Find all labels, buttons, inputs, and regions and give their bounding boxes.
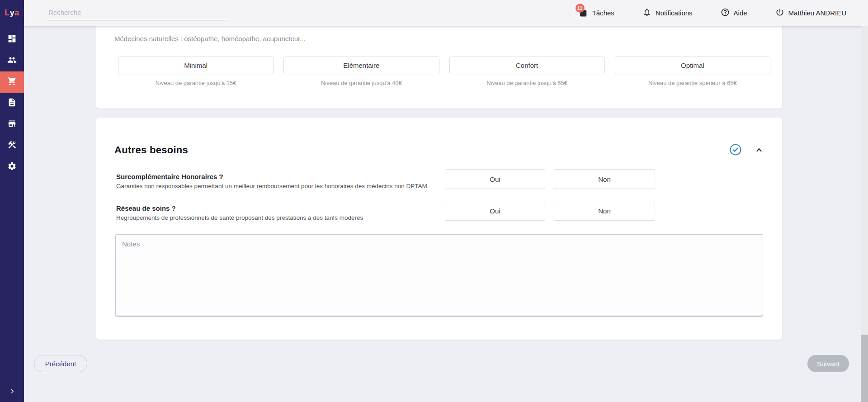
chevron-right-icon [9, 388, 15, 396]
sidebar-expand-button[interactable] [0, 385, 24, 399]
option-optimal-button[interactable]: Optimal [615, 57, 770, 74]
question-row-surcomplementaire: Surcomplémentaire Honoraires ? Garanties… [96, 166, 782, 196]
gear-icon [7, 161, 17, 173]
help-icon [721, 8, 730, 18]
guarantee-card: Médecines naturelles : ostéopathe, homéo… [96, 26, 782, 109]
user-label: Matthieu ANDRIEU [788, 9, 846, 17]
guarantee-options-row: Minimal Niveau de garantie jusqu'à 15€ E… [118, 57, 770, 86]
logo-letter-l: L [5, 8, 10, 18]
other-needs-header-icons [730, 144, 764, 157]
previous-button[interactable]: Précédent [34, 355, 87, 372]
power-icon [775, 8, 784, 18]
notifications-label: Notifications [656, 9, 693, 17]
notifications-button[interactable]: Notifications [642, 8, 693, 18]
dashboard-icon [7, 34, 17, 45]
guarantee-option: Optimal Niveau de garantie spérieur à 65… [615, 57, 770, 86]
topbar-right: 11 Tâches Notifications Aide Matthieu AN… [579, 8, 868, 18]
logo-letter-a: a [14, 8, 19, 18]
sidebar-item-cart-active[interactable] [0, 71, 24, 93]
sidebar-item-tools[interactable] [0, 135, 24, 156]
option-minimal-button[interactable]: Minimal [118, 57, 274, 74]
lya-logo[interactable]: Lya [0, 0, 24, 26]
cart-icon [7, 76, 17, 88]
option-elementaire-caption: Niveau de garantie jusqu'à 40€ [321, 80, 402, 86]
sidebar-item-marketplace[interactable] [0, 114, 24, 135]
tasks-badge: 11 [576, 4, 585, 13]
surcomplementaire-non-button[interactable]: Non [554, 169, 655, 189]
sidebar-item-settings[interactable] [0, 156, 24, 178]
user-menu-button[interactable]: Matthieu ANDRIEU [775, 8, 846, 18]
surcomplementaire-oui-button[interactable]: Oui [445, 169, 545, 189]
question-label: Surcomplémentaire Honoraires ? [116, 173, 223, 180]
guarantee-intro-text: Médecines naturelles : ostéopathe, homéo… [114, 35, 306, 43]
help-label: Aide [734, 9, 747, 17]
option-elementaire-button[interactable]: Elémentaire [283, 57, 439, 74]
tools-icon [7, 140, 17, 151]
sidebar-item-contacts[interactable] [0, 50, 24, 71]
tasks-label: Tâches [592, 9, 614, 17]
reseau-de-soins-non-button[interactable]: Non [554, 201, 655, 221]
question-row-reseau-de-soins: Réseau de soins ? Regroupements de profe… [96, 197, 782, 228]
guarantee-option: Elémentaire Niveau de garantie jusqu'à 4… [283, 57, 439, 86]
option-confort-caption: Niveau de garantie jusqu'à 65€ [486, 80, 567, 86]
guarantee-option: Minimal Niveau de garantie jusqu'à 15€ [118, 57, 274, 86]
document-icon [7, 98, 17, 109]
sidebar-item-dashboard[interactable] [0, 29, 24, 50]
guarantee-option: Confort Niveau de garantie jusqu'à 65€ [449, 57, 605, 86]
question-label: Réseau de soins ? [116, 204, 176, 212]
chevron-up-icon [755, 146, 763, 156]
topbar: 11 Tâches Notifications Aide Matthieu AN… [24, 0, 868, 26]
collapse-section-button[interactable] [754, 145, 764, 156]
vertical-scrollbar-track[interactable] [861, 26, 868, 402]
tasks-checkbox-icon: 11 [579, 9, 588, 18]
contacts-icon [7, 55, 17, 66]
logo-letter-y: y [10, 8, 15, 18]
sidebar: Lya [0, 0, 24, 402]
sidebar-item-documents[interactable] [0, 93, 24, 114]
option-optimal-caption: Niveau de garantie spérieur à 65€ [648, 80, 737, 86]
other-needs-title: Autres besoins [114, 144, 188, 156]
search-wrap [47, 6, 228, 20]
help-button[interactable]: Aide [721, 8, 747, 18]
question-description: Garanties non responsables permettant un… [116, 183, 427, 189]
store-icon [7, 119, 17, 130]
reseau-de-soins-oui-button[interactable]: Oui [445, 201, 545, 221]
tasks-button[interactable]: 11 Tâches [579, 9, 614, 18]
section-valid-check-icon [730, 144, 741, 157]
option-minimal-caption: Niveau de garantie jusqu'à 15€ [156, 80, 236, 86]
next-button-disabled[interactable]: Suivant [807, 355, 849, 372]
bell-icon [642, 8, 651, 18]
search-input[interactable] [47, 6, 228, 20]
question-description: Regroupements de professionnels de santé… [116, 214, 363, 221]
vertical-scrollbar-thumb[interactable] [861, 335, 868, 402]
option-confort-button[interactable]: Confort [449, 57, 605, 74]
other-needs-card: Autres besoins Surcomplémentaire Honorai… [96, 118, 782, 340]
notes-textarea[interactable] [115, 234, 763, 317]
